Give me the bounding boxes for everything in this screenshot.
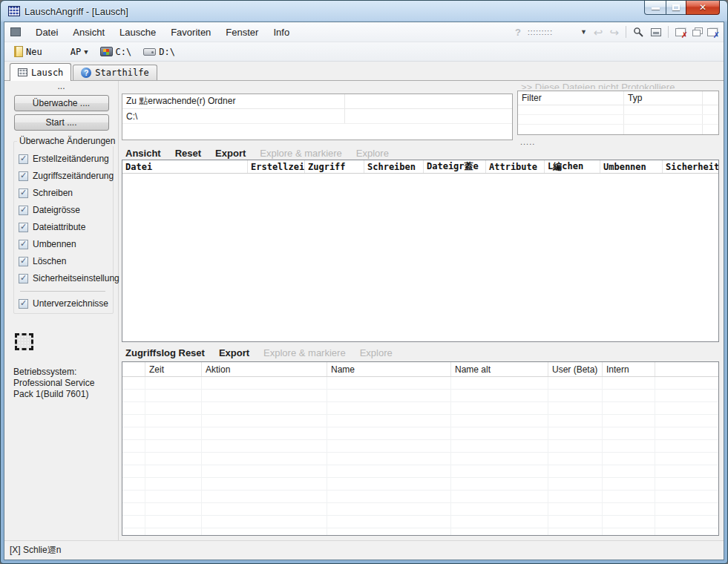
toolbar: Neu AP ▼ C:\ D:\ (4, 42, 724, 62)
cascade-windows-icon[interactable] (692, 30, 701, 36)
checkbox-zugriffszeitaenderung[interactable] (19, 171, 28, 181)
column-attribute[interactable]: Attribute (486, 160, 545, 173)
statusbar-text: [X] Schlie遝n (10, 544, 61, 557)
ueberwache-button[interactable]: Überwache .... (14, 95, 109, 111)
screen-icon[interactable] (651, 28, 661, 36)
drive-c-button[interactable]: C:\ (96, 45, 136, 59)
column-name-alt[interactable]: Name alt (451, 362, 548, 376)
menu-reset-files[interactable]: Reset (175, 148, 201, 159)
checkbox-row-erstellzeitaenderung[interactable]: Erstellzeitänderung (19, 154, 113, 164)
menu-datei[interactable]: Datei (28, 24, 65, 41)
checkbox-erstellzeitaenderung[interactable] (19, 154, 28, 164)
log-table-header: Zeit Aktion Name Name alt User (Beta) In… (122, 362, 718, 377)
checkbox-row-sicherheitseinstellung[interactable]: Sicherheitseinstellung (19, 273, 113, 283)
menu-info[interactable]: Info (266, 24, 297, 41)
minimize-button[interactable] (644, 1, 666, 15)
log-table-body[interactable] (122, 377, 718, 535)
search-icon[interactable] (633, 27, 644, 38)
checkbox-label: Sicherheitseinstellung (33, 273, 119, 283)
checkbox-row-umbennen[interactable]: Umbennen (19, 239, 113, 249)
menu-export-files[interactable]: Export (215, 148, 246, 159)
filter-table: Filter Typ (517, 91, 719, 135)
group-divider (20, 291, 105, 292)
folder-row-empty[interactable] (122, 124, 512, 139)
close-button[interactable]: ✕ (686, 1, 720, 15)
filter-table-header[interactable]: Filter Typ (518, 91, 718, 105)
menu-ansicht-files[interactable]: Ansicht (125, 148, 161, 159)
help-mark: ? (515, 27, 521, 38)
column-sicherheit[interactable]: Sicherheit (663, 160, 718, 173)
column-datei[interactable]: Datei (122, 160, 248, 173)
column-umbennen[interactable]: Umbennen (600, 160, 663, 173)
checkbox-label: Unterverzeichnisse (33, 298, 108, 309)
filter-row-empty[interactable] (518, 125, 718, 134)
column-zugriff[interactable]: Zugriff (305, 160, 364, 173)
menu-lausche[interactable]: Lausche (112, 24, 163, 41)
ueberwache-aenderungen-group: Überwache Änderungen Erstellzeitänderung… (13, 141, 114, 314)
tab-starthilfe[interactable]: ? Starthilfe (73, 65, 157, 80)
checkbox-label: Dateigrösse (33, 205, 80, 215)
empty-column-header (703, 91, 718, 105)
restore-button[interactable] (666, 1, 686, 15)
new-document-icon (14, 46, 23, 57)
nav-back-icon[interactable]: ↩ (594, 27, 603, 38)
column-schreiben[interactable]: Schreiben (364, 160, 424, 173)
column-empty-trailing[interactable] (655, 362, 718, 376)
nav-forward-icon[interactable]: ↪ (609, 27, 619, 38)
filter-cell (518, 125, 624, 134)
checkbox-umbennen[interactable] (19, 240, 28, 249)
watched-folders-header[interactable]: Zu 點erwachende(r) Ordner (122, 94, 512, 109)
start-button[interactable]: Start .... (14, 114, 109, 131)
menu-export-log[interactable]: Export (219, 347, 249, 358)
menu-ansicht[interactable]: Ansicht (65, 24, 112, 41)
new-button[interactable]: Neu (10, 45, 46, 59)
column-zeit[interactable]: Zeit (145, 362, 202, 376)
new-button-label: Neu (26, 47, 42, 57)
titlebar: LauschAngriff - [Lausch] ✕ (4, 1, 724, 22)
watched-folders-header-empty (345, 94, 512, 108)
checkbox-row-schreiben[interactable]: Schreiben (19, 188, 113, 198)
exclude-panel: >> Diese Dateien nicht Protokolliere Fil… (517, 81, 719, 146)
typ-cell (624, 125, 703, 134)
column-empty[interactable] (122, 362, 145, 376)
chevron-down-icon[interactable]: ▼ (580, 28, 587, 36)
drive-d-button[interactable]: D:\ (140, 45, 179, 59)
menu-explore-markiere-log: Explore & markiere (263, 347, 346, 358)
close-window-blue-icon[interactable]: ✗ (707, 28, 718, 36)
file-section-menu: Ansicht Reset Export Explore & markiere … (122, 146, 719, 160)
ap-dropdown[interactable]: AP ▼ (67, 45, 92, 59)
column-user-beta[interactable]: User (Beta) (548, 362, 603, 376)
menu-explore-files: Explore (356, 148, 389, 159)
filter-row-empty[interactable] (518, 105, 718, 115)
checkbox-row-unterverzeichnisse[interactable]: Unterverzeichnisse (19, 298, 113, 309)
checkbox-sicherheitseinstellung[interactable] (19, 274, 28, 283)
column-loeschen[interactable]: L編chen (545, 160, 600, 173)
close-icon: ✕ (699, 3, 706, 12)
checkbox-loeschen[interactable] (19, 257, 28, 266)
log-grid-column (603, 377, 655, 535)
checkbox-row-dateigroesse[interactable]: Dateigrösse (19, 205, 113, 215)
column-aktion[interactable]: Aktion (202, 362, 327, 376)
checkbox-row-zugriffszeitaenderung[interactable]: Zugriffszeitänderung (19, 171, 113, 181)
checkbox-dateigroesse[interactable] (19, 206, 28, 215)
tab-lausch[interactable]: Lausch (10, 63, 71, 81)
filter-row-empty[interactable] (518, 115, 718, 125)
checkbox-dateiattribute[interactable] (19, 223, 28, 232)
menu-favoriten[interactable]: Favoriten (163, 24, 218, 41)
checkbox-row-dateiattribute[interactable]: Dateiattribute (19, 222, 113, 232)
close-window-red-icon[interactable]: ✗ (675, 28, 686, 36)
checkbox-unterverzeichnisse[interactable] (19, 299, 28, 309)
group-title: Überwache Änderungen (17, 136, 117, 146)
file-table-body[interactable] (122, 174, 718, 341)
column-name[interactable]: Name (327, 362, 451, 376)
checkbox-schreiben[interactable] (19, 188, 28, 198)
menu-fenster[interactable]: Fenster (218, 24, 266, 41)
column-dateigroesse[interactable]: Dateigr蓋e (424, 160, 486, 173)
column-erstellzeit[interactable]: Erstellzeit (248, 160, 305, 173)
menu-zugriffslog-reset[interactable]: Zugriffslog Reset (125, 347, 205, 358)
checkbox-label: Umbennen (33, 239, 76, 249)
tab-starthilfe-label: Starthilfe (95, 68, 148, 78)
folder-row[interactable]: C:\ (122, 109, 512, 124)
checkbox-row-loeschen[interactable]: Löschen (19, 256, 113, 266)
column-intern[interactable]: Intern (603, 362, 655, 376)
